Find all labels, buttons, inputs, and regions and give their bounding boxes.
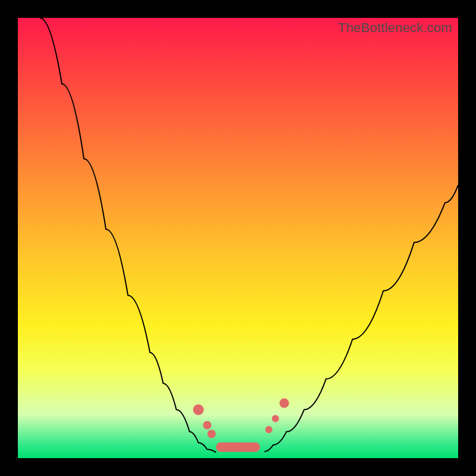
- chart-markers-group: [193, 399, 289, 452]
- curve-left: [40, 18, 216, 452]
- chart-marker-dot: [208, 430, 216, 438]
- chart-frame: TheBottleneck.com: [0, 0, 476, 476]
- chart-svg: [18, 18, 458, 458]
- chart-marker-dot: [193, 405, 203, 415]
- chart-curve-group: [40, 18, 458, 452]
- curve-right: [264, 185, 458, 452]
- chart-marker-dot: [203, 421, 211, 430]
- chart-marker-dot: [265, 426, 273, 433]
- chart-marker-pill: [216, 443, 260, 452]
- chart-plot-area: TheBottleneck.com: [18, 18, 458, 458]
- chart-marker-dot: [272, 415, 279, 422]
- chart-marker-dot: [280, 399, 289, 408]
